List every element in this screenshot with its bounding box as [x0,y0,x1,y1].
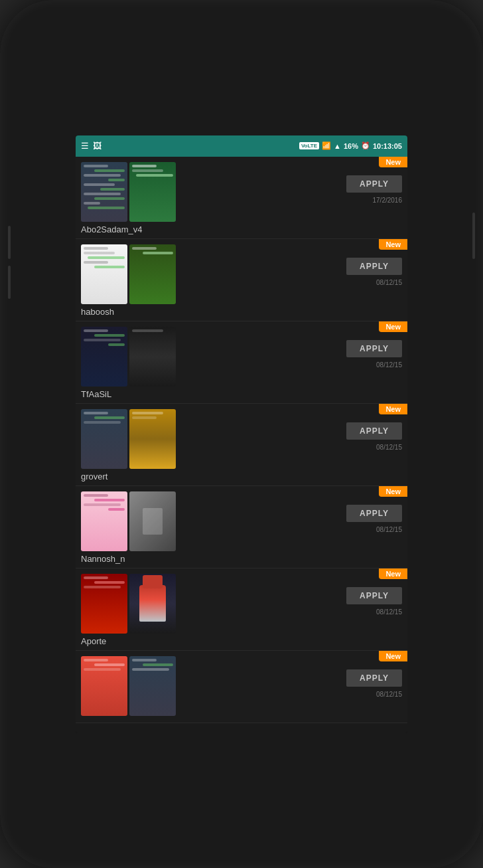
theme-content: APPLY 08/12/15 [81,574,402,634]
volte-badge: VoLTE [299,142,319,149]
theme-name: Aporte [81,636,402,646]
preview-image-1 [81,327,127,387]
theme-content: APPLY 08/12/15 [81,327,402,387]
theme-previews [81,574,176,634]
theme-previews [81,409,176,469]
theme-previews [81,327,176,387]
apply-button[interactable]: APPLY [346,422,402,440]
theme-date: 08/12/15 [376,361,402,369]
clock-icon: ⏰ [361,141,370,150]
theme-item: New [76,157,407,239]
preview-image-1 [81,574,127,634]
theme-previews [81,244,176,304]
theme-date: 08/12/15 [376,279,402,286]
image-icon: 🖼 [93,141,102,151]
preview-image-2 [129,656,176,716]
new-badge: New [379,568,407,579]
theme-info: APPLY 17/2/2016 [180,162,402,204]
preview-image-2 [129,491,176,551]
wifi-icon: 📶 [322,141,331,150]
theme-previews [81,656,176,716]
theme-item: New [76,321,407,404]
new-badge: New [379,404,407,414]
preview-image-2 [129,162,176,222]
theme-info: APPLY 08/12/15 [180,409,402,451]
theme-content: APPLY 08/12/15 [81,409,402,469]
new-badge: New [379,321,407,332]
theme-item: New [76,404,407,486]
apply-button[interactable]: APPLY [346,587,402,604]
new-badge: New [379,157,407,167]
preview-image-1 [81,656,127,716]
theme-info: APPLY 08/12/15 [180,574,402,616]
preview-image-2 [129,244,176,304]
theme-info: APPLY 08/12/15 [180,491,402,533]
theme-info: APPLY 08/12/15 [180,656,402,698]
volume-down-button[interactable] [8,266,11,299]
theme-date: 08/12/15 [376,526,402,533]
theme-content: APPLY 17/2/2016 [81,162,402,222]
theme-name: haboosh [81,307,402,317]
theme-item: New [76,486,407,568]
theme-name: Nannosh_n [81,554,402,564]
theme-previews [81,491,176,551]
power-button[interactable] [472,213,475,259]
apply-button[interactable]: APPLY [346,175,402,193]
status-bar: ☰ 🖼 VoLTE 📶 ▲ 16% ⏰ 10:13:05 [76,135,407,157]
phone-device: ☰ 🖼 VoLTE 📶 ▲ 16% ⏰ 10:13:05 New [0,0,483,868]
theme-content: APPLY 08/12/15 [81,491,402,551]
preview-image-1 [81,244,127,304]
theme-date: 17/2/2016 [373,197,403,204]
apply-button[interactable]: APPLY [346,505,402,522]
menu-icon: ☰ [81,141,89,151]
themes-list[interactable]: New [76,157,407,733]
phone-screen: ☰ 🖼 VoLTE 📶 ▲ 16% ⏰ 10:13:05 New [76,135,407,733]
time-display: 10:13:05 [373,142,402,150]
apply-button[interactable]: APPLY [346,258,402,275]
signal-icon: ▲ [334,142,341,150]
new-badge: New [379,486,407,497]
preview-image-1 [81,409,127,469]
status-bar-left: ☰ 🖼 [81,141,102,151]
theme-item: New [76,568,407,651]
preview-image-2 [129,574,176,634]
preview-image-1 [81,491,127,551]
theme-item: New [76,651,407,723]
theme-info: APPLY 08/12/15 [180,244,402,286]
battery-level: 16% [344,142,358,150]
theme-item: New [76,239,407,321]
theme-previews [81,162,176,222]
theme-content: APPLY 08/12/15 [81,244,402,304]
status-bar-right: VoLTE 📶 ▲ 16% ⏰ 10:13:05 [299,141,402,150]
theme-date: 08/12/15 [376,444,402,451]
theme-name: grovert [81,472,402,481]
theme-date: 08/12/15 [376,691,402,698]
theme-info: APPLY 08/12/15 [180,327,402,369]
preview-image-1 [81,162,127,222]
theme-name: TfAaSiL [81,389,402,399]
new-badge: New [379,651,407,661]
preview-image-2 [129,409,176,469]
theme-date: 08/12/15 [376,608,402,616]
new-badge: New [379,239,407,250]
apply-button[interactable]: APPLY [346,669,402,687]
theme-name: Abo2Sadam_v4 [81,224,402,234]
preview-image-2 [129,327,176,387]
theme-content: APPLY 08/12/15 [81,656,402,716]
apply-button[interactable]: APPLY [346,340,402,357]
volume-up-button[interactable] [8,226,11,259]
